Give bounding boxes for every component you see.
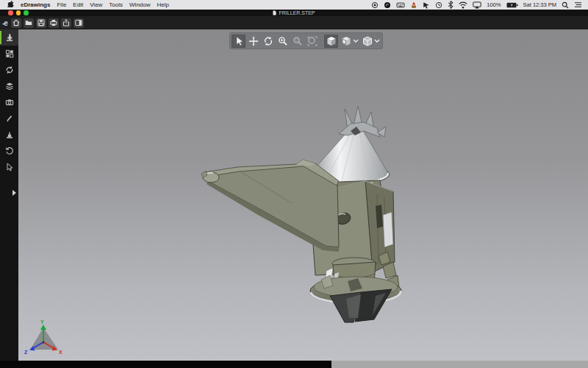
menu-file[interactable]: File [57,1,66,8]
save-button[interactable] [36,18,46,28]
cursor-icon [5,163,14,171]
app-alert-icon[interactable] [410,1,417,9]
menu-edit[interactable]: Edit [73,1,83,8]
open-button[interactable] [24,18,34,28]
app-toolbar: -e [0,16,588,29]
friller-3d-model[interactable] [18,29,588,361]
x-axis-label: X [59,350,62,355]
orientation-triad: Y Z X [24,319,71,357]
share-icon [62,19,70,26]
panels-button[interactable] [74,18,84,28]
home-button[interactable] [11,18,21,28]
history-icon [5,146,14,155]
menu-window[interactable]: Window [129,1,150,8]
pointer-status-icon[interactable] [423,1,430,9]
menu-extra-icon[interactable] [384,1,391,9]
sidebar-item-layers[interactable] [0,78,18,94]
wifi-icon[interactable] [459,1,467,9]
z-axis-label: Z [24,350,28,355]
sidebar-flyout-arrow[interactable] [12,190,16,196]
battery-percentage[interactable]: 100% [487,1,501,8]
window-title: FRILLER.STEP [279,10,315,15]
menu-tools[interactable]: Tools [109,1,123,8]
macos-menubar: eDrawings File Edit View Tools Window He… [0,0,588,10]
y-axis-label: Y [40,319,44,325]
spotlight-icon[interactable] [562,1,569,9]
screen-bottom-shadow [0,361,331,368]
menubar-app-name[interactable]: eDrawings [21,1,50,8]
sidebar-item-components[interactable] [0,46,18,62]
window-titlebar[interactable]: FRILLER.STEP [0,10,588,16]
components-grid-icon [5,49,14,58]
screen-bottom-strip [0,361,588,368]
menu-help[interactable]: Help [157,1,169,8]
edrawings-logo: -e [0,19,11,27]
press-tool-icon [5,33,14,42]
sidebar-item-camera[interactable] [0,94,18,110]
document-icon [273,10,276,16]
model-bracket-arm [201,160,339,252]
save-icon [37,19,45,26]
pen-icon [5,114,14,123]
screen-recording-icon[interactable] [371,1,379,9]
sidebar-item-stamp[interactable] [0,127,18,143]
battery-icon[interactable] [506,2,518,8]
camera-icon [5,98,14,107]
share-button[interactable] [61,18,71,28]
home-icon [12,19,20,26]
sync-arrows-icon [5,66,14,74]
panels-icon [75,19,82,26]
menubar-clock[interactable]: Sat 12:33 PM [523,1,556,8]
menu-view[interactable]: View [90,1,102,8]
screen-mirroring-icon[interactable] [473,1,481,9]
print-icon [50,19,57,26]
sidebar-item-markup-pen[interactable] [0,110,18,127]
bluetooth-icon[interactable] [448,1,453,9]
notification-center-icon[interactable] [574,1,582,8]
sidebar-item-sync[interactable] [0,62,18,78]
sidebar-item-press-tool[interactable] [0,29,18,46]
stamp-icon [5,130,14,139]
layers-icon [5,82,14,91]
keyboard-icon[interactable] [396,1,405,9]
screen: eDrawings File Edit View Tools Window He… [0,0,588,368]
folder-icon [25,19,32,26]
sidebar-item-pointer[interactable] [0,159,18,175]
apple-icon[interactable] [7,1,14,10]
time-machine-icon[interactable] [435,1,442,9]
print-button[interactable] [49,18,59,28]
viewport-3d[interactable]: Y Z X [18,29,588,361]
sidebar-item-history[interactable] [0,143,18,159]
